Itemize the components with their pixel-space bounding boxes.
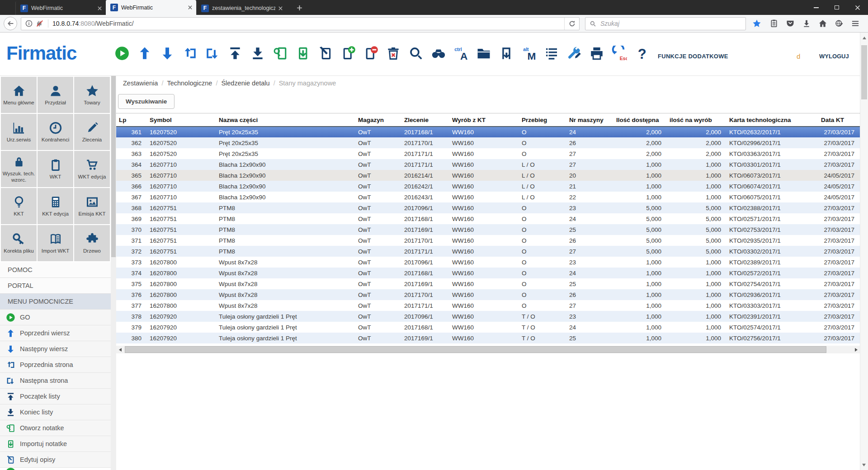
add-record-icon[interactable] — [340, 46, 356, 61]
scroll-right-arrow[interactable] — [852, 346, 860, 353]
table-row[interactable]: 367 16207710 Blacha 12x90x90 OwT 2016243… — [116, 192, 860, 202]
table-row[interactable]: 374 16207800 Wpust 8x7x28 OwT 2017168/1 … — [116, 268, 860, 278]
sidebar-tile-drzewo[interactable]: Drzewo — [74, 225, 110, 261]
table-row[interactable]: 378 16207920 Tuleja osłony gardzieli 1 P… — [116, 311, 860, 322]
sidebar-tile-korekta-pliku[interactable]: Korekta pliku — [1, 225, 37, 261]
column-header[interactable]: ilość na wyrób — [667, 113, 726, 127]
search-icon[interactable] — [408, 46, 424, 61]
list-icon[interactable] — [544, 46, 559, 61]
horizontal-scrollbar-thumb[interactable] — [125, 346, 826, 353]
menu-item-importuj-notatke[interactable]: Importuj notatke — [0, 436, 111, 452]
search-button[interactable]: Wyszukiwanie — [118, 94, 175, 109]
sidebar-tile-przydzial[interactable]: Przydział — [38, 77, 73, 113]
column-header[interactable]: Nr maszyny — [566, 113, 613, 127]
list-start-icon[interactable] — [227, 46, 243, 61]
table-row[interactable]: 370 16207751 PTM8 OwT 2017169/1 WW160 O … — [116, 224, 860, 235]
maximize-button[interactable] — [826, 0, 847, 15]
sidebar-tile-import-wkt[interactable]: Import WKT — [38, 225, 73, 261]
scroll-left-arrow[interactable] — [116, 346, 124, 353]
bookmark-icon[interactable] — [499, 46, 514, 61]
extension-globe-icon[interactable] — [835, 19, 844, 28]
delete-trash-icon[interactable] — [386, 46, 401, 61]
firmatic-logo[interactable]: Firmatic — [6, 42, 76, 64]
next-page-icon[interactable] — [205, 46, 220, 61]
go-icon[interactable] — [114, 46, 130, 61]
column-header[interactable]: Symbol — [147, 113, 216, 127]
menu-item-poprzednia-strona[interactable]: Poprzednia strona — [0, 357, 111, 373]
table-row[interactable]: 368 16207751 PTM8 OwT 2017096/1 WW160 O … — [116, 202, 860, 213]
vertical-scrollbar[interactable] — [860, 33, 868, 470]
url-bar[interactable]: 10.8.0.74:8080/WebFirmatic/ — [21, 17, 580, 30]
menu-item-nastepna-strona[interactable]: Następna strona — [0, 373, 111, 389]
sidebar-tile-wyszuk-tech[interactable]: Wyszuk. tech. wzorc. — [1, 151, 37, 187]
table-row[interactable]: 380 16207920 Tuleja osłony gardzieli 1 P… — [116, 333, 860, 343]
sidebar-tile-kontrahenci[interactable]: Kontrahenci — [38, 114, 73, 150]
column-header[interactable]: Karta technologiczna — [726, 113, 818, 127]
sidebar-tile-wkt[interactable]: WKT — [38, 151, 73, 187]
scroll-up-arrow[interactable] — [863, 37, 866, 39]
additional-functions-button[interactable]: FUNKCJE DODATKOWE — [658, 53, 728, 60]
table-row[interactable]: 373 16207800 Wpust 8x7x28 OwT 2017096/1 … — [116, 257, 860, 268]
column-header[interactable]: Data KT — [818, 113, 860, 127]
menu-icon[interactable] — [851, 19, 860, 28]
new-tab-button[interactable] — [293, 2, 306, 13]
open-note-icon[interactable] — [273, 46, 288, 61]
table-row[interactable]: 361 16207520 Pręt 20x25x35 OwT 2017168/1… — [116, 127, 860, 137]
table-row[interactable]: 365 16207710 Blacha 12x90x90 OwT 2016214… — [116, 170, 860, 181]
sidebar-tile-menu-glowne[interactable]: Menu główne — [1, 77, 37, 113]
sidebar-item-menu-pomocnicze[interactable]: MENU POMOCNICZE — [0, 294, 111, 310]
sidebar-tile-towary[interactable]: Towary — [74, 77, 110, 113]
logout-button[interactable]: WYLOGUJ — [819, 53, 849, 60]
help-icon[interactable] — [634, 46, 650, 61]
breadcrumb-zestawienia[interactable]: Zestawienia — [123, 80, 167, 87]
column-header[interactable]: Wyrób z KT — [449, 113, 519, 127]
column-header[interactable]: Zlecenie — [401, 113, 449, 127]
next-row-icon[interactable] — [160, 46, 175, 61]
sidebar-tile-emisja-kkt[interactable]: Emisja KKT — [74, 188, 110, 224]
binoculars-icon[interactable] — [431, 46, 446, 61]
column-header[interactable]: Ilość dostępna — [613, 113, 667, 127]
breadcrumb-stany-magazynowe[interactable]: Stany magazynowe — [279, 80, 336, 87]
list-end-icon[interactable] — [250, 46, 265, 61]
previous-row-icon[interactable] — [137, 46, 152, 61]
import-note-icon[interactable] — [295, 46, 311, 61]
menu-item-edytuj-opisy[interactable]: Edytuj opisy — [0, 452, 111, 468]
back-button[interactable] — [4, 17, 17, 30]
table-row[interactable]: 362 16207520 Pręt 20x25x35 OwT 2017170/1… — [116, 137, 860, 148]
reload-button[interactable] — [564, 18, 579, 30]
sidebar-scrollbar[interactable] — [111, 76, 116, 470]
table-row[interactable]: 364 16207710 Blacha 12x90x90 OwT 2017171… — [116, 159, 860, 170]
menu-item-poprzedni-wiersz[interactable]: Poprzedni wiersz — [0, 325, 111, 341]
select-all-ctrl-a-icon[interactable] — [453, 46, 469, 61]
table-row[interactable]: 371 16207751 PTM8 OwT 2017170/1 WW160 O … — [116, 235, 860, 246]
tab-close-icon[interactable] — [97, 6, 102, 11]
sidebar-tile-kkt-edycja[interactable]: KKT edycja — [38, 188, 73, 224]
column-header[interactable]: Przebieg — [519, 113, 566, 127]
sidebar-tile-kkt[interactable]: KKT — [1, 188, 37, 224]
print-icon[interactable] — [589, 46, 604, 61]
home-icon[interactable] — [818, 19, 827, 28]
tools-icon[interactable] — [566, 46, 582, 61]
menu-item-otworz-notatke[interactable]: Otworz notatke — [0, 420, 111, 436]
breadcrumb-technologiczne[interactable]: Technologiczne — [167, 80, 221, 87]
menu-item-go[interactable]: GO — [0, 310, 111, 325]
table-row[interactable]: 366 16207710 Blacha 12x90x90 OwT 2016242… — [116, 181, 860, 192]
minimize-button[interactable] — [806, 0, 826, 15]
close-button[interactable] — [847, 0, 868, 15]
table-row[interactable]: 379 16207920 Tuleja osłony gardzieli 1 P… — [116, 322, 860, 333]
table-row[interactable]: 377 16207800 Wpust 8x7x28 OwT 2017171/1 … — [116, 300, 860, 311]
table-row[interactable]: 372 16207751 PTM8 OwT 2017171/1 WW160 O … — [116, 246, 860, 257]
vertical-scrollbar-thumb[interactable] — [861, 45, 867, 99]
sidebar-item-portal[interactable]: PORTAL — [0, 278, 111, 294]
sidebar-tile-wkt-edycja[interactable]: WKT edycja — [74, 151, 110, 187]
remove-record-icon[interactable] — [363, 46, 378, 61]
url-text[interactable]: 10.8.0.74:8080/WebFirmatic/ — [52, 20, 134, 27]
table-row[interactable]: 375 16207800 Wpust 8x7x28 OwT 2017169/1 … — [116, 278, 860, 289]
tab-close-icon[interactable] — [278, 6, 283, 11]
site-info-icon[interactable] — [25, 19, 33, 28]
pocket-icon[interactable] — [786, 19, 795, 28]
browser-search-input[interactable]: Szukaj — [585, 17, 746, 30]
previous-page-icon[interactable] — [182, 46, 198, 61]
edit-descriptions-icon[interactable] — [318, 46, 333, 61]
plugin-blocked-icon[interactable] — [36, 19, 44, 28]
